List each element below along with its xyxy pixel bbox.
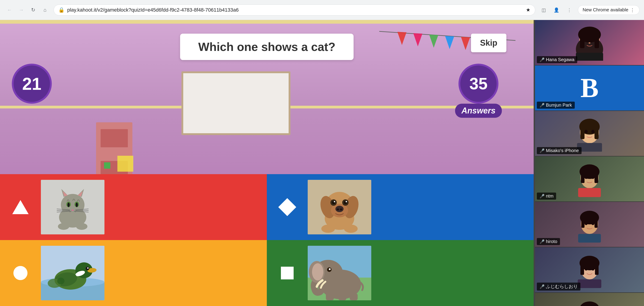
back-button[interactable]: ← — [4, 5, 14, 15]
svg-point-26 — [58, 223, 69, 230]
participant-card: 🎤 hiroto — [535, 202, 644, 247]
participant-name-fujimura: 🎤 ふじむらしおり — [537, 282, 580, 290]
svg-rect-69 — [350, 293, 358, 300]
participant-name-ntm: 🎤 ntm — [537, 193, 556, 200]
svg-point-77 — [588, 42, 590, 44]
participant-card: 🎤 Hana Segawa — [535, 20, 644, 66]
misako-face — [567, 115, 612, 152]
duck-svg — [41, 246, 104, 300]
main-content: Which one shows a cat? Skip 21 35 Answer… — [0, 20, 644, 306]
svg-rect-103 — [595, 263, 598, 275]
svg-marker-3 — [429, 35, 438, 48]
svg-rect-92 — [578, 188, 601, 197]
svg-rect-89 — [594, 172, 598, 183]
svg-rect-73 — [580, 35, 584, 48]
svg-rect-99 — [578, 234, 601, 242]
svg-marker-1 — [398, 32, 406, 45]
svg-point-17 — [68, 203, 70, 207]
participant-name-misako: 🎤 Misako's iPhone — [537, 147, 582, 154]
timer-value: 21 — [22, 74, 42, 94]
cat-svg — [41, 180, 104, 234]
svg-point-36 — [340, 208, 342, 210]
mic-icon: 🎤 — [540, 148, 544, 153]
ntm-face — [567, 161, 612, 197]
svg-point-53 — [87, 267, 88, 269]
svg-point-91 — [591, 175, 594, 179]
svg-point-97 — [584, 221, 588, 225]
svg-rect-74 — [594, 35, 599, 48]
url-text: play.kahoot.it/v2/gameblock?quizId=e45d6… — [67, 7, 523, 13]
svg-rect-102 — [580, 263, 584, 275]
answers-counter: 35 Answers — [455, 66, 502, 118]
mic-icon: 🎤 — [540, 57, 544, 62]
option-b-icon — [276, 196, 298, 218]
star-icon: ★ — [526, 7, 530, 13]
mic-icon: 🎤 — [540, 284, 544, 289]
svg-point-98 — [591, 221, 594, 225]
svg-rect-95 — [581, 218, 584, 228]
menu-button[interactable]: ⋮ — [564, 5, 574, 15]
participant-name-hiroto: 🎤 hiroto — [537, 238, 560, 245]
svg-point-43 — [321, 225, 335, 233]
svg-point-18 — [76, 203, 78, 207]
option-c[interactable] — [0, 240, 267, 306]
option-a[interactable] — [0, 174, 267, 240]
svg-point-83 — [584, 130, 588, 133]
participant-name-hana: 🎤 Hana Segawa — [537, 56, 577, 63]
rina-face — [567, 297, 612, 306]
forward-button[interactable]: → — [16, 5, 26, 15]
lock-icon: 🔒 — [58, 7, 64, 13]
svg-point-75 — [584, 38, 588, 42]
svg-rect-96 — [594, 218, 598, 228]
ceiling-border — [0, 20, 534, 24]
diamond-shape — [278, 198, 296, 216]
svg-rect-106 — [578, 279, 601, 288]
extensions-button[interactable]: ◫ — [539, 5, 549, 15]
option-b[interactable] — [267, 174, 534, 240]
svg-rect-88 — [581, 172, 584, 183]
game-area: Which one shows a cat? Skip 21 35 Answer… — [0, 20, 534, 306]
bumjun-letter: B — [580, 72, 598, 104]
elephant-image — [308, 246, 371, 300]
home-button[interactable]: ⌂ — [40, 5, 50, 15]
hana-face — [567, 24, 612, 61]
profiles-button[interactable]: 👤 — [552, 5, 562, 15]
elephant-svg — [308, 246, 371, 300]
new-chrome-text: New Chrome available — [583, 7, 628, 13]
svg-marker-2 — [413, 33, 422, 46]
participant-card: 🎤 ふじむらしおり — [535, 247, 644, 293]
whiteboard — [182, 71, 290, 135]
skip-button[interactable]: Skip — [471, 34, 506, 52]
svg-point-76 — [591, 38, 594, 42]
svg-point-105 — [591, 267, 594, 270]
participant-card: 🎤 Misako's iPhone — [535, 111, 644, 156]
option-d-icon — [276, 262, 298, 284]
question-text: Which one shows a cat? — [198, 40, 336, 54]
option-a-icon — [9, 196, 32, 218]
svg-marker-4 — [445, 36, 454, 49]
svg-rect-82 — [594, 127, 598, 139]
option-d[interactable] — [267, 240, 534, 306]
triangle-shape — [12, 200, 28, 214]
new-chrome-badge[interactable]: New Chrome available ⋮ — [578, 5, 640, 15]
timer-circle: 21 — [14, 66, 50, 102]
svg-point-34 — [336, 206, 344, 212]
participant-card: B 🎤 Bumjun Park — [535, 66, 644, 111]
answers-number: 35 — [460, 66, 496, 102]
svg-point-104 — [584, 267, 588, 270]
svg-point-64 — [312, 263, 323, 280]
dog-image — [308, 180, 371, 234]
rina-video — [535, 293, 644, 306]
mic-icon: 🎤 — [540, 239, 544, 244]
duck-image — [41, 246, 104, 300]
participant-name-bumjun: 🎤 Bumjun Park — [537, 102, 575, 109]
refresh-button[interactable]: ↻ — [28, 5, 38, 15]
option-c-icon — [9, 262, 32, 284]
address-bar[interactable]: 🔒 play.kahoot.it/v2/gameblock?quizId=e45… — [54, 5, 535, 16]
svg-point-56 — [57, 277, 64, 284]
sidebar: 🎤 Hana Segawa B 🎤 Bumjun Park — [535, 20, 644, 306]
browser-chrome: ← → ↻ ⌂ 🔒 play.kahoot.it/v2/gameblock?qu… — [0, 0, 644, 20]
door-sticker — [104, 162, 110, 169]
svg-rect-68 — [338, 293, 346, 300]
svg-point-44 — [344, 225, 358, 233]
